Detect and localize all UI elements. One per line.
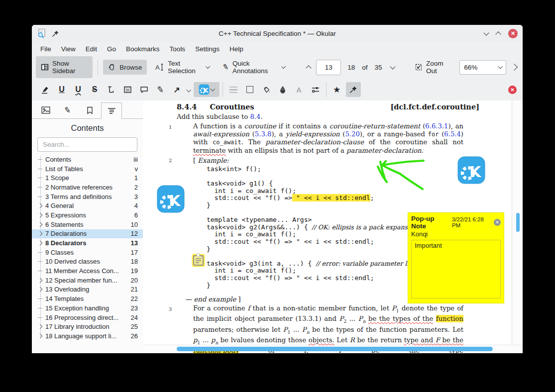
minimize-button[interactable] [483,30,489,35]
code-line: } [207,202,453,209]
menu-item-settings[interactable]: Settings [191,44,224,54]
chevron-right-icon[interactable] [37,213,42,218]
show-sidebar-button[interactable]: Show Sidebar [36,56,93,78]
previous-page-button[interactable] [305,63,313,72]
pin-toolbar-button[interactable] [346,82,361,97]
toc-item[interactable]: 14 Templates22 [32,294,143,303]
chevron-right-icon[interactable] [37,231,42,236]
toc-item[interactable]: 1 Scope1 [32,173,143,183]
fill-color-button[interactable] [259,82,274,97]
menu-item-view[interactable]: View [57,44,80,54]
menu-item-go[interactable]: Go [103,44,120,54]
chevron-down-icon[interactable] [210,87,215,91]
tab-thumbnails[interactable] [35,102,56,118]
menu-item-tools[interactable]: Tools [165,44,190,54]
paragraph-number: 3 [169,306,172,312]
toc-item[interactable]: 18 Language support li...26 [32,331,143,341]
toc-item[interactable]: 2 Normative references2 [32,183,143,192]
menu-item-file[interactable]: File [36,44,56,54]
zoom-out-icon [415,63,423,71]
zoom-out-button[interactable]: Zoom Out [410,56,456,78]
typewriter-tool-button[interactable] [104,82,118,97]
chevron-right-icon[interactable] [37,241,42,246]
menu-item-bookmarks[interactable]: Bookmarks [121,44,164,54]
green-ink-annotation[interactable] [367,153,427,193]
toc-item-page: 10 [131,221,138,228]
kde-stamp-annotation[interactable]: K [457,156,485,184]
tab-bookmarks[interactable] [79,102,100,118]
tree-dash [38,196,42,197]
toc-item[interactable]: 3 Terms and definitions3 [32,192,143,201]
chevron-down-icon [498,64,502,69]
advanced-settings-button[interactable] [308,82,323,97]
squiggly-underline-tool-button[interactable]: U [71,82,86,97]
toc-item[interactable]: 6 Statements10 [32,220,143,229]
tree-dash [38,178,42,178]
vertical-scrollbar-thumb[interactable] [516,213,520,232]
favorite-tool-button[interactable]: ★ [330,82,344,97]
straight-line-tool-button[interactable]: ↗ [169,82,184,97]
text-selection-button[interactable]: A Text Selection [150,56,214,78]
chevron-right-icon[interactable] [37,203,42,208]
toc-item[interactable]: 5 Expressions6 [32,210,143,220]
chevron-right-icon[interactable] [37,333,42,338]
toc-item-page: 3 [134,193,138,200]
kde-stamp-annotation[interactable]: K [157,185,185,213]
toc-item[interactable]: 11 Member Access Con...19 [32,266,143,276]
toc-item[interactable]: 8 Declarators13 [32,238,143,248]
popup-note-close-button[interactable]: ✕ [494,219,501,226]
zoom-level-select[interactable]: 66% [459,60,506,75]
toc-item[interactable]: 12 Special member fun...20 [32,276,143,285]
next-page-button[interactable] [389,64,397,71]
toc-item-page: v [135,165,138,173]
menu-item-help[interactable]: Help [225,44,248,54]
toc-item[interactable]: 13 Overloading21 [32,285,143,294]
popup-note-tool-button[interactable] [136,82,151,97]
chevron-right-icon[interactable] [37,324,42,329]
strikethrough-tool-button[interactable]: S [87,82,102,97]
tab-annotations[interactable]: ✎ [57,102,78,118]
toc-item[interactable]: 9 Classes17 [32,248,143,257]
inline-note-tool-button[interactable] [120,82,135,97]
search-input[interactable] [42,140,133,149]
chevron-right-icon[interactable] [37,287,42,292]
toc-item[interactable]: 17 Library introduction25 [32,322,143,331]
toc-item[interactable]: 16 Preprocessing direct...24 [32,313,143,322]
pen-icon: ✎ [64,105,72,115]
quick-annotations-button[interactable]: ✎ Quick Annotations [218,56,290,78]
chevron-right-icon[interactable] [37,278,42,283]
toc-item[interactable]: Contentsiii [32,155,143,164]
toc-item-page: 2 [134,184,138,191]
highlighter-tool-button[interactable] [38,82,53,97]
note-annotation-icon[interactable] [192,253,205,267]
chevron-down-icon[interactable] [187,87,191,92]
menu-item-edit[interactable]: Edit [81,44,102,54]
popup-note-text[interactable]: Important [411,240,501,298]
show-sidebar-label: Show Sidebar [52,60,88,75]
browse-button[interactable]: Browse [103,60,147,75]
chevron-right-icon[interactable] [37,222,42,227]
chevron-down-icon[interactable] [281,64,286,69]
toolbar-overflow-button[interactable] [510,63,519,72]
window-close-button[interactable]: ✕ [508,29,518,38]
toc-item[interactable]: 15 Exception handling23 [32,303,143,313]
toc-item[interactable]: 4 General4 [32,201,143,210]
underline-tool-button[interactable]: U [54,82,69,97]
annotation-toolbar-close-button[interactable]: ✕ [508,86,517,94]
paragraph-3: For a coroutine f that is a non-static m… [193,304,463,353]
shape-fill-button[interactable] [242,82,257,97]
maximize-button[interactable] [495,31,501,37]
toc-item[interactable]: List of Tablesv [32,164,143,174]
example-open: [ Example: [193,157,229,165]
freehand-ink-tool-button[interactable]: ✎ [153,82,168,97]
toc-item[interactable]: 7 Declarations12 [32,229,143,239]
tree-dash [38,317,42,318]
chevron-down-icon[interactable] [206,64,210,69]
toc-item[interactable]: 10 Derived classes18 [32,257,143,267]
tab-contents[interactable] [101,102,122,119]
opacity-button[interactable] [275,82,290,97]
horizontal-scrollbar-thumb[interactable] [177,347,493,351]
section-title: Coroutines [210,103,254,111]
stamp-tool-button[interactable]: K [194,82,220,97]
page-number-input[interactable] [316,60,341,75]
